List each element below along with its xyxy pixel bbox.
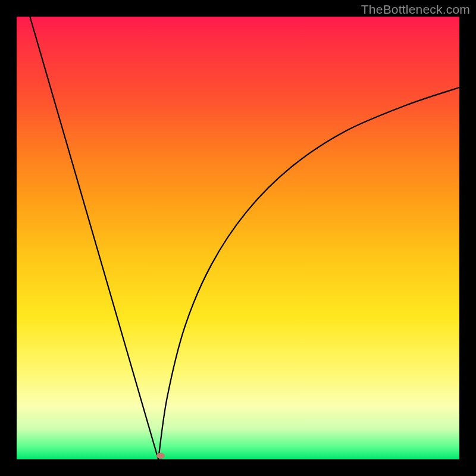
optimum-marker — [156, 453, 165, 459]
watermark-text: TheBottleneck.com — [361, 2, 470, 17]
plot-area — [17, 17, 459, 459]
bottleneck-curve — [17, 17, 459, 459]
curve-path — [30, 17, 459, 459]
chart-frame: TheBottleneck.com — [0, 0, 476, 476]
